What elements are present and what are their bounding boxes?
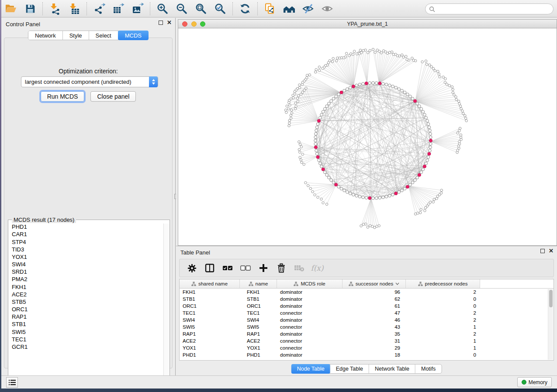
cell: 2 (406, 330, 480, 337)
close-panel-icon[interactable]: ✕ (167, 21, 172, 25)
add-column-icon[interactable] (258, 263, 269, 273)
table-row[interactable]: PHD1PHD1dominator180 (180, 351, 554, 358)
network-canvas[interactable] (178, 28, 557, 246)
memory-button[interactable]: Memory (517, 377, 552, 387)
cell: connector (277, 309, 343, 316)
tab-network-table[interactable]: Network Table (369, 364, 415, 373)
cell: TEC1 (180, 309, 240, 316)
table-row[interactable]: ORC1ORC1dominator610 (180, 303, 554, 309)
select-all-icon[interactable] (222, 263, 233, 273)
column-header-predecessor-nodes[interactable]: predecessor nodes (406, 279, 480, 288)
mcds-node-item[interactable]: SWI5 (9, 328, 164, 336)
export-image-icon[interactable] (131, 2, 144, 15)
column-type-icon (191, 282, 196, 286)
refresh-icon[interactable] (239, 2, 252, 15)
cell: SWI5 (240, 323, 277, 330)
import-network-icon[interactable] (48, 2, 62, 15)
mcds-node-item[interactable]: SWI4 (9, 261, 164, 268)
copy-view-icon[interactable] (263, 2, 277, 15)
mcds-node-item[interactable]: ORC1 (9, 306, 164, 313)
tab-network[interactable]: Network (28, 31, 63, 40)
search-input[interactable] (438, 6, 553, 12)
search-field[interactable] (425, 3, 554, 14)
deselect-all-icon[interactable] (240, 263, 251, 273)
table-row[interactable]: TEC1TEC1connector472 (180, 309, 554, 316)
cell: STB1 (180, 296, 240, 303)
table-row[interactable]: ACE2ACE2connector311 (180, 337, 554, 344)
mcds-node-item[interactable]: RAP1 (9, 313, 164, 321)
mcds-node-item[interactable]: ACE2 (9, 291, 164, 299)
cell: 62 (343, 296, 406, 303)
tab-motifs[interactable]: Motifs (415, 364, 441, 373)
network-title-bar[interactable]: YPA_prune.txt_1 (178, 19, 557, 28)
cell: dominator (277, 330, 343, 337)
tab-select[interactable]: Select (89, 31, 118, 40)
mcds-node-item[interactable]: PMA2 (9, 276, 164, 283)
cell (480, 289, 554, 296)
close-panel-button[interactable]: Close panel (90, 91, 136, 102)
mcds-node-item[interactable]: GCR1 (9, 344, 164, 351)
zoom-fit-icon[interactable] (194, 2, 208, 15)
zoom-in-icon[interactable] (156, 2, 169, 15)
table-row[interactable]: SWI5SWI5connector431 (180, 323, 554, 330)
tab-edge-table[interactable]: Edge Table (330, 364, 369, 373)
column-header-MCDS-role[interactable]: MCDS role (277, 279, 343, 288)
column-layout-icon[interactable] (204, 263, 215, 273)
table-panel-title: Table Panel (180, 249, 210, 256)
cell: FKH1 (240, 289, 277, 296)
criterion-select[interactable]: largest connected component (undirected) (21, 76, 158, 87)
import-table-icon[interactable] (68, 2, 81, 15)
mcds-node-item[interactable]: SRD1 (9, 268, 164, 276)
table-row[interactable]: RAP1RAP1dominator352 (180, 330, 554, 337)
cell (480, 330, 554, 337)
mcds-node-item[interactable]: TID3 (9, 246, 164, 254)
mcds-result-group: MCDS result (17 nodes) PHD1CAR1STP4TID3Y… (8, 220, 170, 384)
tab-node-table[interactable]: Node Table (291, 364, 331, 374)
zoom-selected-icon[interactable] (214, 2, 227, 15)
cell: dominator (277, 303, 343, 309)
open-file-icon[interactable] (4, 2, 17, 15)
cell: dominator (277, 289, 343, 296)
mcds-node-item[interactable]: STB5 (9, 299, 164, 306)
table-scrollbar[interactable] (548, 289, 553, 360)
column-type-icon (349, 282, 353, 286)
mcds-node-item[interactable]: STB1 (9, 321, 164, 328)
close-panel-icon[interactable]: ✕ (549, 249, 554, 253)
table-row[interactable]: YOX1YOX1connector291 (180, 344, 554, 351)
float-panel-icon[interactable] (540, 249, 545, 253)
table-row[interactable]: SWI4SWI4dominator462 (180, 316, 554, 323)
mcds-node-item[interactable]: CAR1 (9, 231, 164, 238)
tab-style[interactable]: Style (63, 31, 89, 40)
show-all-icon[interactable] (321, 2, 334, 15)
mcds-list-scrollbar[interactable] (163, 224, 169, 381)
column-header-successor-nodes[interactable]: successor nodes (343, 279, 406, 288)
cell: ACE2 (180, 337, 240, 344)
main-toolbar (1, 0, 557, 17)
column-type-icon (249, 282, 253, 286)
mcds-node-item[interactable]: STP4 (9, 238, 164, 246)
table-row[interactable]: FKH1FKH1dominator962 (180, 289, 554, 296)
mcds-node-item[interactable]: TEC1 (9, 336, 164, 344)
run-mcds-button[interactable]: Run MCDS (41, 91, 85, 102)
cell: FKH1 (180, 289, 240, 296)
cell: ORC1 (240, 303, 277, 309)
hide-selected-icon[interactable] (302, 2, 315, 15)
export-network-icon[interactable] (93, 2, 106, 15)
save-session-icon[interactable] (24, 2, 37, 15)
node-table: shared namenameMCDS rolesuccessor nodesp… (179, 279, 554, 361)
float-panel-icon[interactable] (159, 21, 163, 25)
column-header-name[interactable]: name (240, 279, 277, 288)
export-table-icon[interactable] (112, 2, 125, 15)
mcds-node-item[interactable]: PHD1 (9, 224, 164, 231)
table-row[interactable]: STB1STB1dominator620 (180, 296, 554, 303)
tab-mcds[interactable]: MCDS (118, 31, 149, 40)
mcds-node-item[interactable]: FKH1 (9, 283, 164, 291)
delete-column-icon[interactable] (276, 263, 287, 273)
mcds-node-item[interactable]: YOX1 (9, 254, 164, 261)
task-history-button[interactable] (6, 377, 18, 388)
first-neighbors-icon[interactable] (283, 2, 296, 15)
zoom-out-icon[interactable] (175, 2, 188, 15)
control-panel-tabs: NetworkStyleSelectMCDS (28, 31, 149, 40)
table-settings-icon[interactable] (187, 263, 197, 273)
column-header-shared-name[interactable]: shared name (180, 279, 240, 288)
